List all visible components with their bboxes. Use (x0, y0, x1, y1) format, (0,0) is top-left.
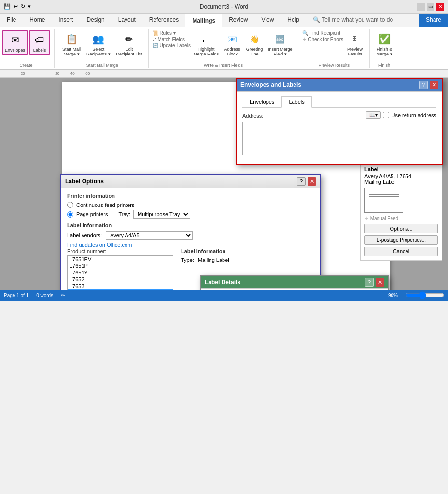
edit-indicator: ✏ (61, 293, 65, 298)
update-labels-btn[interactable]: 🔄 Update Labels (153, 43, 191, 48)
label-details-close-btn[interactable]: ✕ (376, 278, 384, 287)
label-details-title: Label Details (205, 279, 240, 286)
envelope-label: Envelopes (5, 48, 25, 53)
start-mail-merge-btn[interactable]: 📋 Start MailMerge ▾ (60, 30, 83, 57)
list-item-l7651y[interactable]: L7651Y (68, 269, 173, 276)
rules-btn[interactable]: 📜 Rules ▾ (153, 30, 191, 36)
tab-review[interactable]: Review (222, 14, 254, 27)
envelopes-labels-title: Envelopes and Labels (240, 82, 301, 88)
address-book-btn[interactable]: 📖▾ (366, 111, 381, 119)
tray-select[interactable]: Multipurpose Tray (133, 210, 190, 219)
list-item-l7651p[interactable]: L7651P (68, 262, 173, 269)
start-merge-icon: 📋 (64, 31, 79, 47)
address-row: Address: 📖▾ Use return address (242, 111, 436, 156)
find-updates-link[interactable]: Find updates on Office.com (67, 242, 314, 247)
page-printers-label: Page printers (76, 211, 108, 217)
word-icon: 💾 (4, 3, 11, 10)
find-recipient-btn[interactable]: 🔍 Find Recipient (302, 30, 343, 36)
tab-home[interactable]: Home (23, 14, 52, 27)
tab-envelopes[interactable]: Envelopes (242, 96, 281, 107)
highlight-label: HighlightMerge Fields (194, 47, 219, 56)
tab-tell-me[interactable]: 🔍 Tell me what you want to do (306, 14, 400, 27)
label-options-help-btn[interactable]: ? (297, 177, 306, 186)
start-merge-label: Start MailMerge ▾ (62, 47, 81, 56)
address-textarea[interactable] (242, 122, 436, 155)
type-value: Mailing Label (198, 257, 229, 263)
highlight-icon: 🖊 (198, 31, 214, 47)
zoom-level: 90% (388, 293, 398, 298)
tab-labels[interactable]: Labels (281, 96, 311, 108)
finish-group-label: Finish (374, 63, 395, 68)
tab-mailings[interactable]: Mailings (185, 14, 222, 27)
envelopes-btn[interactable]: ✉ Envelopes (2, 30, 28, 55)
highlight-merge-fields-btn[interactable]: 🖊 HighlightMerge Fields (192, 30, 221, 57)
tab-design[interactable]: Design (80, 14, 111, 27)
labels-btn[interactable]: 🏷 Labels (29, 30, 50, 55)
label-options-body: Printer information Continuous-feed prin… (61, 188, 320, 290)
label-options-close-btn[interactable]: ✕ (308, 177, 316, 186)
insert-field-label: Insert MergeField ▾ (268, 47, 293, 56)
tray-label: Tray: (118, 211, 130, 217)
label-vendor-info: Avery A4/A5, L7654 (364, 173, 438, 179)
edit-list-label: EditRecipient List (116, 47, 142, 56)
options-btn[interactable]: Options... (364, 224, 438, 233)
restore-btn[interactable]: ▭ (427, 3, 434, 11)
address-block-btn[interactable]: 📧 AddressBlock (222, 30, 243, 57)
match-fields-btn[interactable]: ⇌ Match Fields (153, 37, 191, 42)
label-type-info: Mailing Label (364, 179, 438, 185)
start-merge-group-label: Start Mail Merge (60, 63, 144, 68)
insert-merge-field-btn[interactable]: 🔤 Insert MergeField ▾ (266, 30, 294, 57)
tab-share[interactable]: Share (419, 14, 448, 27)
minimize-btn[interactable]: _ (417, 3, 425, 11)
address-label: Address: (242, 113, 263, 119)
tab-help[interactable]: Help (280, 14, 306, 27)
tab-view[interactable]: View (255, 14, 281, 27)
product-list[interactable]: L7651EV L7651P L7651Y L7652 L7653 L7654 (67, 255, 173, 290)
env-labels-help-btn[interactable]: ? (419, 81, 428, 89)
create-group-label: Create (2, 63, 50, 68)
page-printers-radio[interactable] (67, 211, 73, 218)
document-area: Envelopes and Labels ? ✕ Envelopes Label… (0, 78, 448, 290)
tab-layout[interactable]: Layout (112, 14, 142, 27)
preview-results-btn[interactable]: 👁 PreviewResults (344, 30, 365, 57)
write-insert-group-label: Write & Insert Fields (153, 63, 294, 68)
envelope-icon: ✉ (7, 32, 23, 48)
greeting-line-btn[interactable]: 👋 GreetingLine (244, 30, 265, 57)
ribbon-content: ✉ Envelopes 🏷 Labels Create 📋 Start Mail… (0, 27, 448, 70)
list-item-l7653[interactable]: L7653 (68, 283, 173, 289)
tab-insert[interactable]: Insert (52, 14, 80, 27)
continuous-feed-radio[interactable] (67, 202, 73, 208)
use-return-address-label[interactable]: Use return address (383, 112, 436, 118)
list-item-l7651ev[interactable]: L7651EV (68, 256, 173, 262)
select-recipients-btn[interactable]: 👥 SelectRecipients ▾ (84, 30, 112, 57)
label-right-panel: Label Avery A4/A5, L7654 Mailing Label ⚠… (360, 162, 442, 261)
manual-feed-hint: ⚠ Manual Feed (364, 216, 438, 221)
redo-btn[interactable]: ↻ (21, 3, 25, 10)
finish-icon: ✅ (377, 31, 392, 47)
label-details-help-btn[interactable]: ? (365, 278, 374, 287)
check-errors-btn[interactable]: ⚠ Check for Errors (302, 37, 343, 42)
edit-recipient-list-btn[interactable]: ✏ EditRecipient List (114, 30, 144, 57)
label-vendors-select[interactable]: Avery A4/A5 (106, 231, 193, 240)
list-item-l7652[interactable]: L7652 (68, 276, 173, 283)
env-labels-body: Envelopes Labels Address: 📖▾ Use return … (237, 92, 442, 164)
customize-btn[interactable]: ▾ (28, 3, 31, 10)
e-postage-btn[interactable]: E-postage Properties... (364, 235, 438, 245)
label-info-section-title: Label information (181, 248, 229, 254)
env-cancel-btn[interactable]: Cancel (364, 247, 438, 256)
label-vendors-label: Label vendors: (67, 233, 102, 238)
label-info-title: Label information (67, 222, 314, 228)
select-recipients-label: SelectRecipients ▾ (86, 47, 111, 56)
address-toolbar: 📖▾ Use return address (366, 111, 436, 119)
tab-references[interactable]: References (142, 14, 185, 27)
close-btn[interactable]: ✕ (436, 3, 444, 11)
finish-merge-btn[interactable]: ✅ Finish &Merge ▾ (374, 30, 395, 57)
list-item-l7654[interactable]: L7654 (68, 289, 173, 290)
undo-btn[interactable]: ↩ (14, 3, 18, 10)
zoom-slider[interactable] (406, 291, 444, 299)
greeting-label: GreetingLine (246, 47, 263, 56)
use-return-address-checkbox[interactable] (383, 112, 389, 118)
env-labels-close-btn[interactable]: ✕ (430, 81, 438, 89)
preview-icon: 👁 (347, 31, 363, 47)
tab-file[interactable]: File (0, 14, 23, 27)
